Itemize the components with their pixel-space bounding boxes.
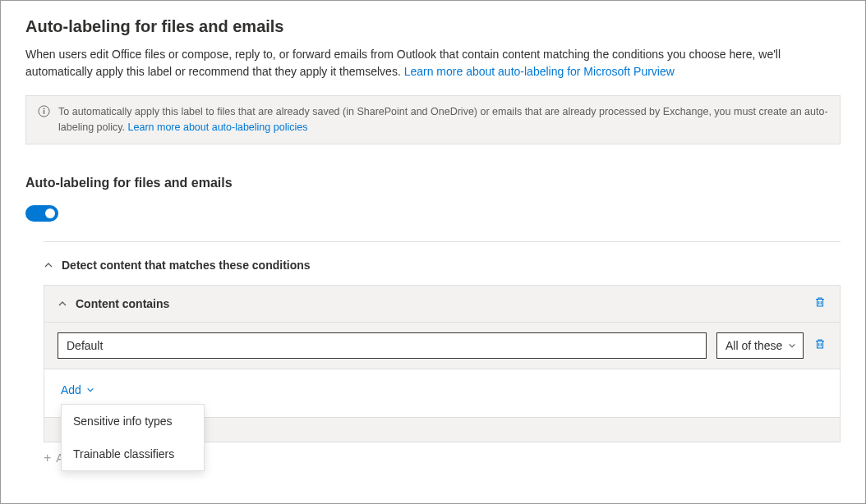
info-banner-link[interactable]: Learn more about auto-labeling policies	[128, 121, 308, 133]
page-description: When users edit Office files or compose,…	[25, 46, 841, 80]
match-mode-value: All of these	[726, 339, 782, 352]
svg-rect-2	[44, 110, 44, 114]
trash-icon[interactable]	[813, 296, 827, 312]
svg-point-1	[44, 108, 45, 110]
trash-icon[interactable]	[813, 337, 827, 354]
chevron-down-icon	[86, 386, 94, 394]
info-banner: To automatically apply this label to fil…	[25, 95, 841, 144]
add-button[interactable]: Add	[61, 383, 94, 396]
conditions-section: Detect content that matches these condit…	[44, 259, 841, 465]
info-banner-content: To automatically apply this label to fil…	[58, 104, 828, 135]
info-icon	[38, 105, 50, 122]
plus-icon: +	[44, 451, 51, 465]
learn-more-link[interactable]: Learn more about auto-labeling for Micro…	[404, 65, 675, 78]
content-contains-label: Content contains	[76, 297, 169, 310]
toggle-row	[25, 205, 841, 225]
add-section: Add Sensitive info types Trainable class…	[44, 369, 840, 417]
group-name-input[interactable]	[58, 332, 707, 359]
match-mode-dropdown[interactable]: All of these	[716, 332, 804, 359]
add-button-label: Add	[61, 383, 81, 396]
page-title: Auto-labeling for files and emails	[25, 17, 841, 36]
conditions-header-label: Detect content that matches these condit…	[62, 259, 311, 272]
content-contains-header: Content contains	[44, 286, 840, 323]
group-name-row: All of these	[44, 323, 840, 369]
menu-item-trainable-classifiers[interactable]: Trainable classifiers	[62, 438, 204, 470]
section-heading: Auto-labeling for files and emails	[25, 176, 841, 190]
auto-labeling-toggle[interactable]	[25, 205, 58, 222]
content-contains-header-left[interactable]: Content contains	[58, 297, 169, 310]
content-contains-box: Content contains All of these Add Sensit…	[44, 285, 841, 442]
conditions-header[interactable]: Detect content that matches these condit…	[44, 259, 841, 272]
chevron-up-icon	[44, 260, 53, 270]
chevron-up-icon	[58, 299, 67, 309]
chevron-down-icon	[788, 341, 796, 350]
menu-item-sensitive-info-types[interactable]: Sensitive info types	[62, 405, 204, 438]
add-menu: Sensitive info types Trainable classifie…	[61, 404, 205, 471]
divider	[44, 241, 841, 242]
